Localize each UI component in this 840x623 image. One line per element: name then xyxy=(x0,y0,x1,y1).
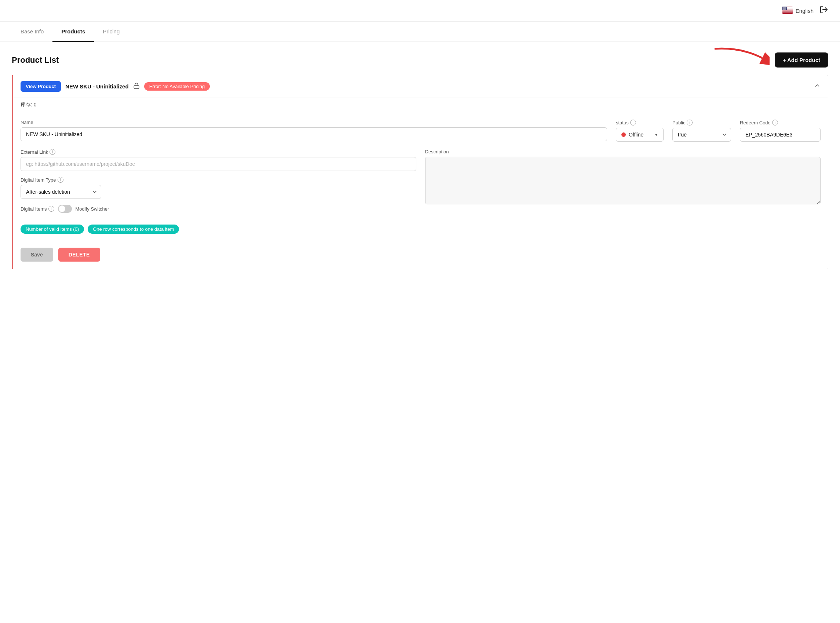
digital-item-type-group: Digital Item Type i After-sales deletion xyxy=(20,177,416,199)
collapse-button[interactable] xyxy=(814,82,820,91)
svg-point-21 xyxy=(786,8,786,9)
redeem-code-label: Redeem Code i xyxy=(740,120,820,126)
svg-point-16 xyxy=(785,8,786,8)
description-textarea[interactable] xyxy=(425,157,821,204)
digital-item-type-select[interactable]: After-sales deletion xyxy=(20,185,101,199)
svg-point-8 xyxy=(783,7,783,8)
redeem-code-input[interactable] xyxy=(740,128,820,142)
error-badge: Error: No Available Pricing xyxy=(144,82,210,91)
main-content: Product List + Add Product View Product … xyxy=(0,42,840,279)
inventory-label: 库存: 0 xyxy=(20,101,37,107)
public-info-icon[interactable]: i xyxy=(687,120,693,126)
form-row-1: Name status i Offline ▼ xyxy=(20,120,820,142)
digital-item-type-label: Digital Item Type i xyxy=(20,177,416,183)
svg-point-22 xyxy=(783,9,784,10)
svg-point-10 xyxy=(784,7,785,8)
status-dot xyxy=(621,132,626,137)
left-column: External Link i Digital Item Type i Afte… xyxy=(20,149,416,240)
actions-row: Save DELETE xyxy=(13,248,828,269)
product-list-header: Product List + Add Product xyxy=(12,52,828,68)
svg-rect-6 xyxy=(782,12,792,13)
inventory-row: 库存: 0 xyxy=(13,98,828,112)
status-value: Offline xyxy=(629,132,651,138)
lock-icon[interactable] xyxy=(133,83,140,91)
tag-valid-items[interactable]: Number of valid items (0) xyxy=(20,224,84,234)
svg-point-9 xyxy=(783,7,784,8)
redeem-code-field-group: Redeem Code i xyxy=(740,120,820,142)
arrow-annotation xyxy=(711,45,769,71)
status-field-group: status i Offline ▼ xyxy=(616,120,664,142)
product-form: Name status i Offline ▼ xyxy=(13,112,828,240)
view-product-button[interactable]: View Product xyxy=(20,81,61,92)
svg-point-12 xyxy=(786,7,786,8)
external-link-info-icon[interactable]: i xyxy=(49,149,55,155)
sku-name: NEW SKU - Uninitialized xyxy=(65,83,129,89)
svg-rect-27 xyxy=(134,86,139,88)
status-label: status i xyxy=(616,120,664,126)
digital-items-info-icon[interactable]: i xyxy=(48,206,54,212)
svg-point-18 xyxy=(783,8,784,9)
header: English xyxy=(0,0,840,21)
svg-point-17 xyxy=(783,8,783,9)
svg-point-11 xyxy=(785,7,786,8)
tabs: Base Info Products Pricing xyxy=(0,21,840,42)
tag-one-row[interactable]: One row corresponds to one data item xyxy=(88,224,179,234)
status-info-icon[interactable]: i xyxy=(630,120,636,126)
digital-items-toggle[interactable] xyxy=(58,205,72,213)
external-link-label: External Link i xyxy=(20,149,416,155)
product-card-header: View Product NEW SKU - Uninitialized Err… xyxy=(13,75,828,98)
status-select[interactable]: Offline ▼ xyxy=(616,128,664,142)
digital-item-type-info-icon[interactable]: i xyxy=(58,177,63,183)
digital-items-label: Digital Items i xyxy=(20,206,54,212)
add-product-button[interactable]: + Add Product xyxy=(775,52,828,68)
delete-button[interactable]: DELETE xyxy=(58,248,100,262)
tags-row: Number of valid items (0) One row corres… xyxy=(20,224,416,234)
form-row-2: External Link i Digital Item Type i Afte… xyxy=(20,149,820,240)
public-label: Public i xyxy=(672,120,731,126)
product-list-title: Product List xyxy=(12,55,59,65)
svg-rect-4 xyxy=(782,10,792,11)
save-button[interactable]: Save xyxy=(20,248,53,262)
name-field-group: Name xyxy=(20,120,607,142)
svg-point-19 xyxy=(784,8,785,9)
name-input[interactable] xyxy=(20,127,607,141)
tab-pricing[interactable]: Pricing xyxy=(94,21,129,42)
public-select[interactable]: true false xyxy=(672,128,731,142)
svg-point-20 xyxy=(785,8,786,9)
tab-base-info[interactable]: Base Info xyxy=(12,21,52,42)
status-chevron-icon: ▼ xyxy=(655,133,658,137)
svg-point-24 xyxy=(785,9,785,10)
svg-point-14 xyxy=(784,8,785,8)
name-label: Name xyxy=(20,120,607,125)
external-link-group: External Link i xyxy=(20,149,416,171)
digital-items-row: Digital Items i Modify Switcher xyxy=(20,205,416,213)
svg-rect-5 xyxy=(782,11,792,12)
svg-point-15 xyxy=(785,8,785,8)
flag-icon xyxy=(782,7,792,15)
logout-icon[interactable] xyxy=(820,5,828,16)
public-field-group: Public i true false xyxy=(672,120,731,142)
description-group: Description xyxy=(425,149,821,240)
tab-products[interactable]: Products xyxy=(52,21,94,42)
modify-switcher-label: Modify Switcher xyxy=(75,206,109,212)
product-card: View Product NEW SKU - Uninitialized Err… xyxy=(12,75,828,269)
svg-point-25 xyxy=(785,9,786,10)
svg-point-23 xyxy=(784,9,785,10)
description-label: Description xyxy=(425,149,821,155)
redeem-code-info-icon[interactable]: i xyxy=(772,120,778,126)
language-selector[interactable]: English xyxy=(782,7,814,15)
language-label: English xyxy=(796,8,814,14)
external-link-input[interactable] xyxy=(20,157,416,171)
svg-point-13 xyxy=(783,8,784,8)
